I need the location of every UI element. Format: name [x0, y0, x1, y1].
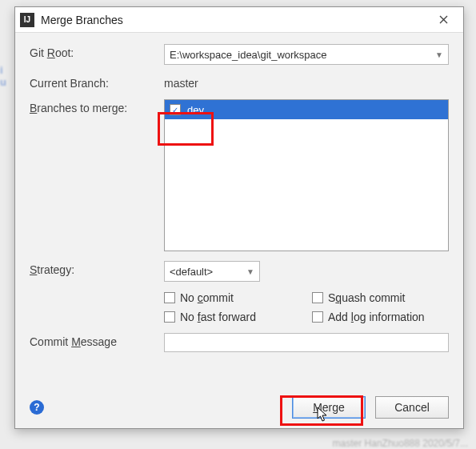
- dialog-footer: ? Merge Cancel: [15, 387, 463, 428]
- no-fast-forward-checkbox[interactable]: No fast forward: [164, 311, 301, 323]
- branches-list[interactable]: ✓ dev: [164, 99, 449, 251]
- commit-message-input[interactable]: [164, 333, 449, 352]
- titlebar: IJ Merge Branches: [15, 7, 463, 33]
- cancel-button[interactable]: Cancel: [375, 396, 449, 419]
- merge-button[interactable]: Merge: [292, 396, 366, 419]
- branch-checkbox-dev[interactable]: ✓: [170, 104, 181, 115]
- checkbox-icon: [164, 292, 175, 303]
- commit-message-label: Commit Message: [30, 333, 158, 348]
- strategy-label: Strategy:: [30, 261, 158, 276]
- checkbox-icon: [312, 292, 323, 303]
- current-branch-label: Current Branch:: [30, 74, 158, 90]
- strategy-dropdown[interactable]: <default> ▼: [164, 261, 260, 282]
- dialog-title: Merge Branches: [41, 14, 428, 26]
- chevron-down-icon: ▼: [246, 267, 254, 276]
- checkbox-icon: [312, 311, 323, 323]
- app-icon: IJ: [20, 13, 34, 27]
- git-root-label: Git Root:: [30, 44, 158, 59]
- dialog-body: Git Root: E:\workspace_idea\git_workspac…: [15, 33, 463, 387]
- add-log-checkbox[interactable]: Add log information: [312, 311, 449, 323]
- help-icon[interactable]: ?: [30, 400, 44, 415]
- merge-branches-dialog: IJ Merge Branches Git Root: E:\workspace…: [14, 6, 464, 429]
- chevron-down-icon: ▼: [435, 50, 443, 59]
- checkbox-icon: [164, 311, 175, 323]
- close-icon: [439, 15, 448, 24]
- git-root-value: E:\workspace_idea\git_workspace: [170, 49, 327, 61]
- strategy-value: <default>: [170, 266, 213, 278]
- squash-commit-checkbox[interactable]: Squash commit: [312, 291, 449, 304]
- git-root-dropdown[interactable]: E:\workspace_idea\git_workspace ▼: [164, 44, 449, 65]
- close-button[interactable]: [428, 9, 458, 31]
- current-branch-value: master: [164, 74, 449, 90]
- branch-name: dev: [187, 104, 204, 116]
- branches-to-merge-label: Branches to merge:: [30, 99, 158, 114]
- branch-row-dev[interactable]: ✓ dev: [165, 100, 448, 119]
- no-commit-checkbox[interactable]: No commit: [164, 291, 301, 304]
